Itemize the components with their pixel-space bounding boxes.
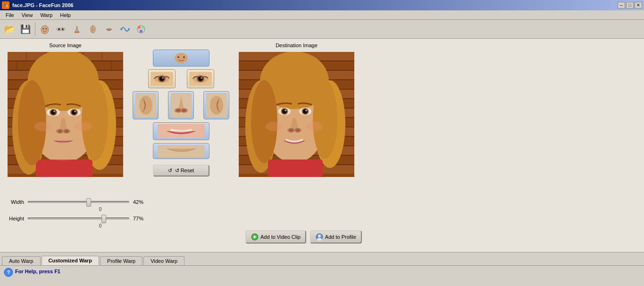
height-slider-track[interactable] [28, 218, 129, 219]
minimize-button[interactable]: ─ [618, 2, 625, 8]
svg-point-72 [64, 130, 69, 133]
nose-icon[interactable] [69, 22, 84, 37]
width-label: Width [8, 199, 24, 205]
add-to-profile-button[interactable]: Add to Profile [310, 230, 362, 244]
svg-point-76 [175, 53, 188, 63]
face-button[interactable] [153, 50, 209, 67]
svg-point-74 [34, 122, 51, 131]
right-eye-button[interactable] [187, 69, 214, 88]
warp-icon[interactable] [117, 22, 133, 37]
maximize-button[interactable]: □ [626, 2, 634, 8]
mouth-button[interactable] [153, 122, 209, 140]
video-icon [251, 233, 259, 241]
svg-point-144 [289, 129, 293, 132]
tab-auto-warp[interactable]: Auto Warp [2, 256, 41, 265]
svg-point-0 [41, 25, 49, 34]
svg-point-87 [198, 76, 203, 81]
width-slider-thumb[interactable] [86, 198, 91, 207]
height-zero: 0 [28, 223, 173, 228]
ear-icon[interactable] [85, 22, 100, 37]
svg-point-95 [182, 109, 186, 112]
height-slider-row: Height 77% [8, 216, 173, 221]
reset-icon: ↺ [168, 168, 172, 174]
svg-point-140 [284, 109, 286, 111]
add-to-video-label: Add to Video Clip [260, 234, 301, 240]
mouth-icon[interactable] [101, 22, 117, 37]
svg-point-78 [183, 57, 185, 58]
main-content: Source Image [0, 39, 644, 252]
height-label: Height [8, 216, 24, 221]
reset-label: ↺ Reset [175, 168, 194, 174]
svg-point-14 [142, 26, 144, 29]
width-zero: 0 [28, 207, 173, 212]
svg-text:?: ? [7, 269, 10, 275]
source-image [8, 52, 123, 177]
effects-icon[interactable] [134, 22, 149, 37]
source-face-svg [8, 52, 123, 177]
svg-point-5 [58, 28, 60, 30]
tab-profile-warp[interactable]: Profile Warp [100, 256, 142, 265]
svg-point-67 [53, 110, 55, 112]
tab-customized-warp[interactable]: Customized Warp [42, 256, 100, 265]
close-button[interactable]: ✕ [635, 2, 642, 8]
face-btn-row [153, 50, 209, 67]
right-ear-button[interactable] [203, 91, 229, 119]
svg-point-145 [295, 129, 300, 132]
svg-point-77 [177, 57, 179, 58]
width-slider-track[interactable] [28, 201, 129, 203]
eyes-btn-row [148, 69, 214, 88]
svg-point-88 [201, 77, 202, 79]
window-title: face.JPG - FaceFun 2006 [12, 2, 74, 8]
face-icon[interactable] [37, 22, 52, 37]
mouth-btn-row [153, 122, 209, 140]
status-bar: ? For Help, press F1 [0, 265, 644, 277]
left-ear-button[interactable] [133, 91, 159, 119]
dest-image [239, 52, 354, 177]
width-value: 42% [133, 199, 147, 205]
svg-point-138 [282, 109, 287, 114]
toolbar: 📂 💾 [0, 20, 644, 39]
menu-help[interactable]: Help [56, 11, 75, 19]
menu-warp[interactable]: Warp [36, 11, 56, 19]
height-slider-thumb[interactable] [101, 215, 106, 223]
add-to-video-clip-button[interactable]: Add to Video Clip [245, 230, 306, 244]
menu-file[interactable]: File [2, 11, 18, 19]
dest-face-svg [239, 52, 354, 177]
save-icon[interactable]: 💾 [18, 22, 33, 37]
status-icon: ? [4, 268, 11, 275]
svg-point-71 [58, 130, 62, 133]
svg-point-15 [140, 30, 142, 33]
svg-point-10 [120, 28, 122, 30]
svg-point-147 [306, 122, 323, 131]
svg-point-68 [74, 110, 76, 112]
eyes-icon[interactable] [53, 22, 68, 37]
svg-point-152 [317, 238, 322, 241]
svg-point-141 [305, 109, 307, 111]
svg-point-146 [266, 122, 283, 131]
svg-point-73 [42, 142, 84, 160]
app-icon: 🎭 [2, 1, 9, 9]
chin-btn-row [153, 143, 209, 159]
tab-video-warp[interactable]: Video Warp [143, 256, 184, 265]
svg-point-6 [62, 28, 64, 30]
svg-point-13 [138, 26, 141, 29]
nose-button[interactable] [168, 91, 194, 119]
svg-point-83 [162, 77, 164, 79]
left-eye-button[interactable] [148, 69, 176, 88]
reset-button[interactable]: ↺ ↺ Reset [153, 165, 209, 177]
toolbar-separator-1 [35, 23, 35, 36]
width-slider-row: Width 42% [8, 199, 173, 205]
svg-rect-57 [36, 160, 92, 177]
svg-point-132 [251, 80, 277, 163]
svg-point-2 [46, 28, 47, 29]
nose-ear-row [133, 91, 229, 119]
menu-view[interactable]: View [18, 11, 37, 19]
svg-point-60 [82, 80, 108, 160]
open-icon[interactable]: 📂 [2, 22, 17, 37]
svg-point-151 [318, 235, 321, 237]
title-bar-text: 🎭 face.JPG - FaceFun 2006 [2, 1, 74, 9]
dest-image-label: Destination Image [276, 42, 318, 48]
svg-point-133 [313, 80, 337, 159]
status-text: For Help, press F1 [15, 269, 60, 274]
chin-button[interactable] [153, 143, 209, 159]
